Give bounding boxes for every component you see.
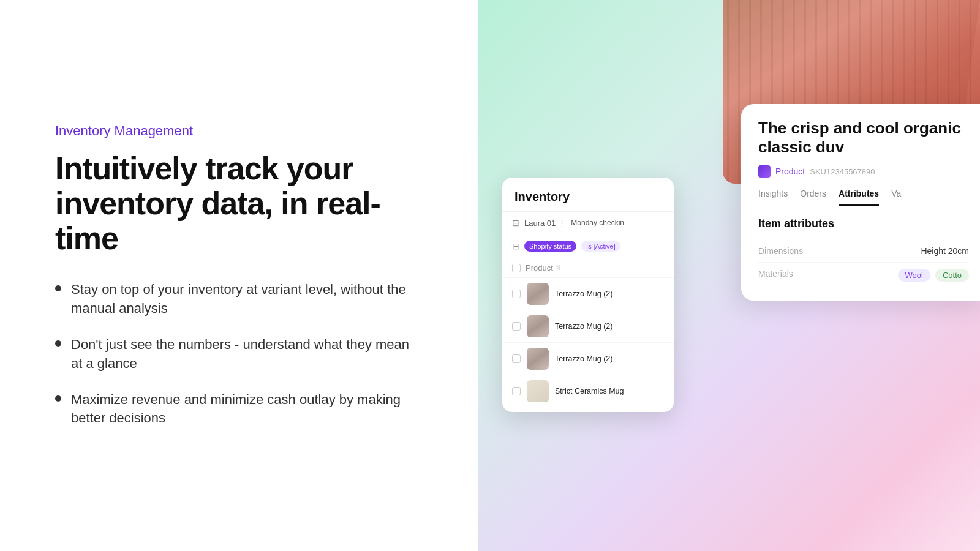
funnel-icon: ⊟: [512, 241, 519, 251]
bullet-dot: [55, 395, 61, 402]
row-checkbox[interactable]: [512, 290, 521, 298]
row-checkbox[interactable]: [512, 387, 521, 395]
main-heading: Intuitively track your inventory data, i…: [55, 151, 423, 257]
filter-row: ⊟ Laura 01 ⋮ Monday checkin: [502, 212, 674, 234]
select-all-checkbox[interactable]: [512, 264, 521, 272]
product-thumbnail: [527, 380, 549, 402]
dimensions-value: Height 20cm: [921, 246, 969, 256]
product-meta: Product SKU12345567890: [758, 165, 969, 178]
checkin-filter[interactable]: Monday checkin: [571, 219, 624, 227]
product-thumbnail: [527, 348, 549, 370]
product-thumbnail: [527, 315, 549, 337]
product-title: The crisp and cool organic classic duv: [758, 119, 969, 157]
category-label: Inventory Management: [55, 123, 423, 139]
attribute-row-dimensions: Dimensions Height 20cm: [758, 240, 969, 263]
column-header-row: Product ⇅: [502, 258, 674, 277]
bullet-dot: [55, 285, 61, 291]
inventory-title: Inventory: [502, 178, 674, 212]
dimensions-label: Dimensions: [758, 246, 803, 256]
tag-wool[interactable]: Wool: [898, 269, 930, 282]
feature-list: Stay on top of your inventory at variant…: [55, 280, 423, 428]
tag-cotton[interactable]: Cotto: [935, 269, 969, 282]
table-row[interactable]: Terrazzo Mug (2): [502, 310, 674, 342]
bullet-item-2: Don't just see the numbers - understand …: [55, 335, 423, 373]
user-filter[interactable]: Laura 01 ⋮: [524, 219, 566, 228]
active-pill[interactable]: Is [Active]: [581, 241, 620, 252]
product-type-icon: [758, 165, 771, 178]
bullet-item-1: Stay on top of your inventory at variant…: [55, 280, 423, 318]
attribute-row-materials: Materials Wool Cotto: [758, 263, 969, 288]
tab-insights[interactable]: Insights: [758, 189, 788, 206]
right-panel: Inventory ⊟ Laura 01 ⋮ Monday checkin ⊟ …: [478, 0, 980, 551]
tab-attributes[interactable]: Attributes: [839, 189, 879, 206]
table-row[interactable]: Terrazzo Mug (2): [502, 277, 674, 310]
product-name: Terrazzo Mug (2): [555, 354, 612, 364]
row-checkbox[interactable]: [512, 322, 521, 331]
product-detail-card: The crisp and cool organic classic duv P…: [741, 104, 980, 301]
product-column-label: Product ⇅: [526, 263, 561, 272]
left-panel: Inventory Management Intuitively track y…: [0, 0, 478, 551]
status-filter-row: ⊟ Shopify status Is [Active]: [502, 234, 674, 258]
product-tabs: Insights Orders Attributes Va: [758, 189, 969, 206]
table-row[interactable]: Strict Ceramics Mug: [502, 375, 674, 407]
tab-variants[interactable]: Va: [891, 189, 901, 206]
product-thumbnail: [527, 283, 549, 305]
filter-icon: ⊟: [512, 218, 519, 228]
row-checkbox[interactable]: [512, 354, 521, 363]
materials-tags: Wool Cotto: [898, 269, 969, 282]
product-sku: SKU12345567890: [810, 167, 875, 176]
inventory-card: Inventory ⊟ Laura 01 ⋮ Monday checkin ⊟ …: [502, 178, 674, 412]
product-name: Terrazzo Mug (2): [555, 321, 612, 331]
bullet-dot: [55, 340, 61, 347]
attributes-section-title: Item attributes: [758, 217, 969, 230]
tab-orders[interactable]: Orders: [800, 189, 826, 206]
product-name: Strict Ceramics Mug: [555, 386, 624, 396]
bullet-item-3: Maximize revenue and minimize cash outla…: [55, 391, 423, 429]
product-type-label: Product: [775, 167, 805, 176]
sort-icon[interactable]: ⇅: [556, 264, 561, 272]
product-name: Terrazzo Mug (2): [555, 289, 612, 299]
table-row[interactable]: Terrazzo Mug (2): [502, 342, 674, 375]
materials-label: Materials: [758, 269, 793, 279]
shopify-status-pill[interactable]: Shopify status: [524, 241, 576, 252]
